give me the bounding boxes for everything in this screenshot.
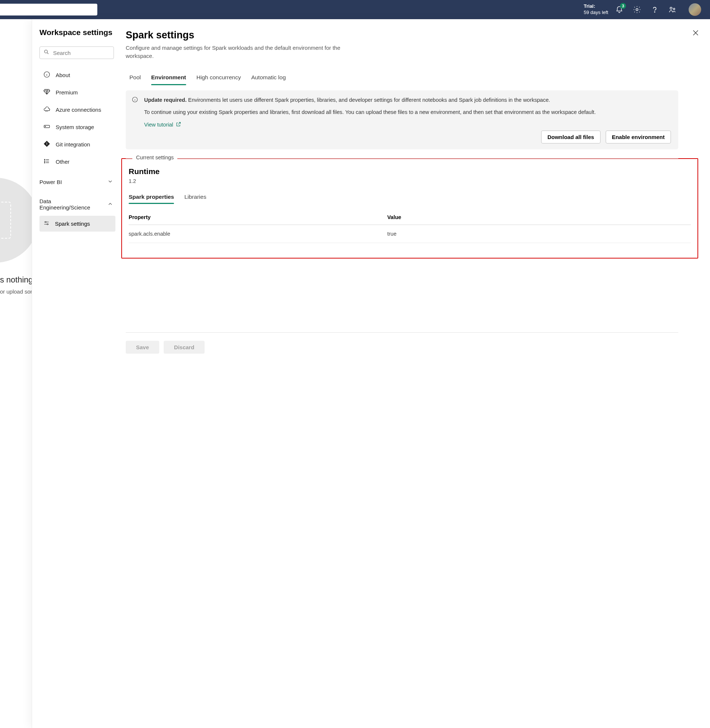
notifications-icon[interactable]: 3 bbox=[615, 5, 624, 14]
trial-remaining: 59 days left bbox=[584, 10, 609, 16]
avatar[interactable] bbox=[689, 3, 701, 16]
notification-badge: 3 bbox=[620, 3, 626, 9]
help-icon[interactable] bbox=[650, 5, 659, 14]
topbar: Trial: 59 days left 3 bbox=[0, 0, 710, 19]
svg-point-1 bbox=[654, 12, 655, 12]
global-search-input[interactable] bbox=[0, 4, 97, 16]
svg-point-3 bbox=[673, 8, 675, 10]
svg-point-0 bbox=[636, 9, 638, 11]
trial-label: Trial: bbox=[584, 3, 609, 10]
feedback-icon[interactable] bbox=[668, 5, 677, 14]
settings-icon[interactable] bbox=[632, 5, 641, 14]
svg-point-2 bbox=[670, 7, 672, 9]
trial-status[interactable]: Trial: 59 days left bbox=[584, 3, 609, 16]
